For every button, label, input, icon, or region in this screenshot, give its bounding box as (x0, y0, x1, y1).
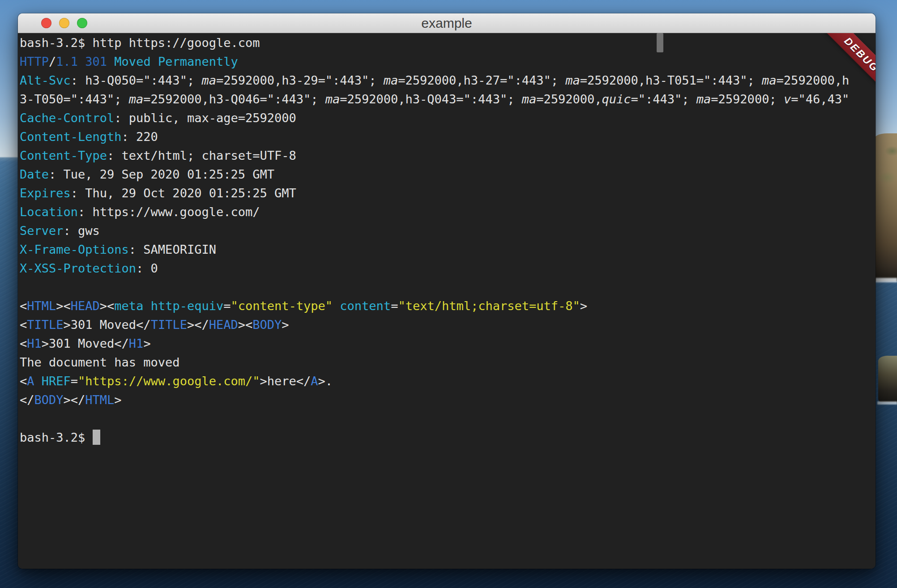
terminal-text: Expires (20, 186, 71, 200)
terminal-text: =2592000; (711, 92, 784, 106)
terminal-line: X-XSS-Protection: 0 (20, 259, 876, 278)
terminal-text: Content-Type (20, 149, 107, 162)
terminal-text: content (340, 299, 391, 313)
terminal-line: Location: https://www.google.com/ (20, 203, 876, 222)
terminal-line: bash-3.2$ http https://google.com (20, 34, 876, 52)
terminal-text: ma (522, 92, 537, 106)
desktop-wallpaper: example bash-3.2$ http https://google.co… (0, 0, 897, 588)
terminal-text: >. (318, 374, 333, 388)
terminal-text: ma (201, 73, 216, 87)
terminal-text (143, 299, 150, 313)
terminal-line: bash-3.2$ (20, 428, 876, 447)
terminal-text: Alt-Svc (20, 73, 71, 87)
terminal-text: > (580, 299, 587, 313)
terminal-text: Content-Length (20, 130, 122, 144)
terminal-text: =2592000, (536, 92, 602, 106)
terminal-line: Content-Length: 220 (20, 128, 876, 146)
terminal-text: ma (762, 73, 777, 87)
terminal-text: > (282, 318, 289, 332)
terminal-text: >301 Moved</ (64, 318, 151, 332)
terminal-text: Cache-Control (20, 111, 114, 125)
wallpaper-rock (878, 356, 897, 402)
window-title: example (18, 13, 876, 33)
terminal-line: Alt-Svc: h3-Q050=":443"; ma=2592000,h3-2… (20, 71, 876, 90)
terminal-text: : h3-Q050=":443"; (71, 73, 202, 87)
terminal-line: <HTML><HEAD><meta http-equiv="content-ty… (20, 297, 876, 315)
terminal-text: : https://www.google.com/ (78, 205, 260, 219)
terminal-text: "https://www.google.com/" (78, 374, 260, 388)
terminal-text: ma (696, 92, 711, 106)
terminal-text: ma (129, 92, 144, 106)
wallpaper-rock-surf (877, 401, 897, 405)
terminal-text: =2592000,h3-T051=":443"; (580, 73, 762, 87)
terminal-line: <A HREF="https://www.google.com/">here</… (20, 372, 876, 391)
terminal-line (20, 409, 876, 428)
terminal-line: HTTP/1.1 301 Moved Permanently (20, 52, 876, 71)
terminal-text (333, 299, 340, 313)
terminal-content[interactable]: bash-3.2$ http https://google.comHTTP/1.… (18, 33, 876, 569)
scrollbar-thumb[interactable] (657, 33, 663, 52)
terminal-line: Cache-Control: public, max-age=2592000 (20, 109, 876, 128)
terminal-text: : gws (64, 224, 100, 238)
terminal-text: Moved Permanently (114, 55, 238, 68)
terminal-text: Date (20, 167, 49, 181)
terminal-text: The document has moved (20, 355, 180, 369)
terminal-text: v (784, 92, 791, 106)
terminal-text: HTML (27, 299, 56, 313)
terminal-text: : SAMEORIGIN (129, 243, 216, 256)
terminal-text: = (71, 374, 78, 388)
terminal-text: Server (20, 224, 64, 238)
window-titlebar[interactable]: example (18, 13, 876, 33)
terminal-text (34, 374, 42, 388)
terminal-text: Location (20, 205, 78, 219)
terminal-text: ></ (187, 318, 209, 332)
terminal-line: Date: Tue, 29 Sep 2020 01:25:25 GMT (20, 165, 876, 184)
terminal-window: example bash-3.2$ http https://google.co… (18, 13, 876, 569)
terminal-text: HEAD (209, 318, 238, 332)
terminal-text: =2592000,h3-Q046=":443"; (143, 92, 325, 106)
minimize-button[interactable] (59, 18, 69, 28)
terminal-text: >here</ (260, 374, 311, 388)
terminal-line (20, 278, 876, 297)
terminal-text: quic (602, 92, 631, 106)
terminal-text: TITLE (151, 318, 187, 332)
terminal-text: : Thu, 29 Oct 2020 01:25:25 GMT (71, 186, 296, 200)
terminal-text: HEAD (71, 299, 100, 313)
terminal-text: : 220 (122, 130, 158, 144)
terminal-lines: bash-3.2$ http https://google.comHTTP/1.… (20, 34, 876, 447)
terminal-text: X-Frame-Options (20, 243, 129, 256)
terminal-line: X-Frame-Options: SAMEORIGIN (20, 240, 876, 259)
terminal-text: ma (384, 73, 398, 87)
terminal-text: "text/html;charset=utf-8" (398, 299, 580, 313)
terminal-text: bash-3.2$ http https://google.com (20, 36, 260, 50)
terminal-text: "content-type" (231, 299, 333, 313)
terminal-text: >< (100, 299, 115, 313)
terminal-text (107, 55, 114, 68)
terminal-text: = (223, 299, 231, 313)
terminal-text: < (20, 374, 27, 388)
terminal-text: bash-3.2$ (20, 430, 93, 444)
terminal-text: : 0 (136, 261, 158, 275)
close-button[interactable] (41, 18, 51, 28)
terminal-text: : text/html; charset=UTF-8 (107, 149, 296, 162)
terminal-text: =2592000,h3-29=":443"; (216, 73, 384, 87)
terminal-text: TITLE (27, 318, 63, 332)
terminal-line: </BODY></HTML> (20, 391, 876, 409)
terminal-text: BODY (252, 318, 282, 332)
terminal-text: </ (20, 393, 34, 407)
terminal-cursor (93, 430, 100, 445)
terminal-text: = (391, 299, 398, 313)
terminal-text: < (20, 318, 27, 332)
terminal-text: : public, max-age=2592000 (114, 111, 296, 125)
terminal-text: X-XSS-Protection (20, 261, 136, 275)
wallpaper-surf (876, 278, 897, 282)
terminal-text: ></ (64, 393, 85, 407)
terminal-line: Content-Type: text/html; charset=UTF-8 (20, 146, 876, 165)
terminal-text: meta (114, 299, 143, 313)
terminal-line: Server: gws (20, 222, 876, 240)
terminal-text: =":443"; (631, 92, 696, 106)
terminal-text: H1 (129, 337, 144, 350)
traffic-lights (41, 13, 87, 33)
terminal-text: < (20, 337, 27, 350)
zoom-button[interactable] (77, 18, 87, 28)
